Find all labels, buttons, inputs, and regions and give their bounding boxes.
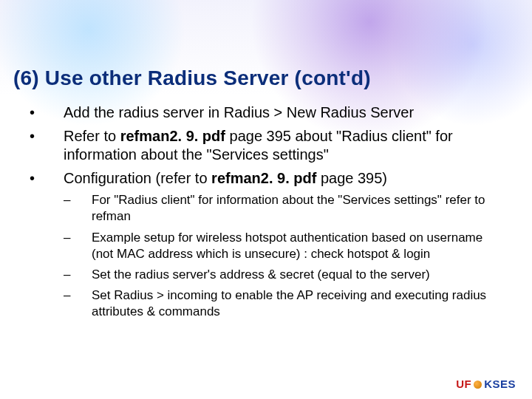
bullet-text: Configuration (refer to refman2. 9. pdf … <box>64 169 502 188</box>
dash-icon: – <box>64 287 92 320</box>
dash-icon: – <box>64 267 92 283</box>
sub-text: Set the radius server's address & secret… <box>92 267 502 283</box>
bullet-item: • Configuration (refer to refman2. 9. pd… <box>30 169 502 188</box>
text-span: Configuration (refer to <box>64 170 211 186</box>
brand-logo: UF KSES <box>456 378 516 390</box>
logo-uf: UF <box>456 378 471 390</box>
bullet-text: Refer to refman2. 9. pdf page 395 about … <box>64 127 502 165</box>
dash-icon: – <box>64 192 92 225</box>
sub-item: – Set the radius server's address & secr… <box>64 267 502 283</box>
bullet-icon: • <box>30 127 64 165</box>
bold-span: refman2. 9. pdf <box>211 170 316 186</box>
sub-item: – For "Radius client" for information ab… <box>64 192 502 225</box>
top-bullet-list: • Add the radius server in Radius > New … <box>30 103 502 188</box>
bullet-item: • Refer to refman2. 9. pdf page 395 abou… <box>30 127 502 165</box>
slide-body: • Add the radius server in Radius > New … <box>0 90 532 320</box>
dash-icon: – <box>64 230 92 262</box>
text-span: page 395) <box>316 170 387 186</box>
logo-dot-icon <box>474 381 482 389</box>
sub-item: – Set Radius > incoming to enable the AP… <box>64 287 502 320</box>
bold-span: refman2. 9. pdf <box>120 128 225 144</box>
sub-text: For "Radius client" for information abou… <box>92 192 502 225</box>
logo-kses: KSES <box>484 378 516 390</box>
bullet-icon: • <box>30 169 64 188</box>
bullet-icon: • <box>30 103 64 123</box>
slide-title: (6) Use other Radius Server (cont'd) <box>0 0 532 90</box>
sub-text: Set Radius > incoming to enable the AP r… <box>92 287 502 320</box>
sub-item: – Example setup for wireless hotspot aut… <box>64 230 502 262</box>
text-span: Refer to <box>64 128 120 144</box>
sub-bullet-list: – For "Radius client" for information ab… <box>64 192 502 320</box>
bullet-text: Add the radius server in Radius > New Ra… <box>64 103 502 123</box>
bullet-item: • Add the radius server in Radius > New … <box>30 103 502 123</box>
sub-text: Example setup for wireless hotspot authe… <box>92 230 502 262</box>
